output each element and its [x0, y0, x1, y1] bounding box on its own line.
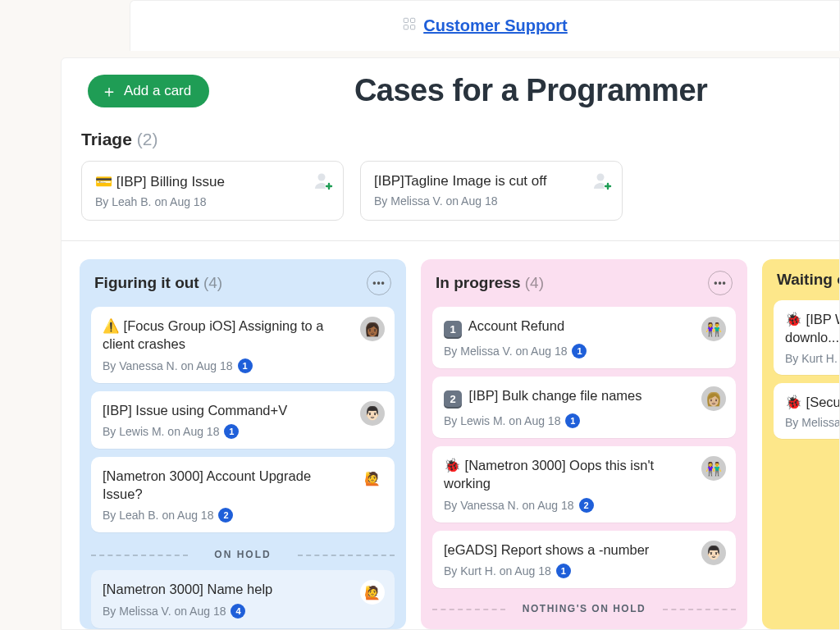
columns-container: Figuring it out (4) ••• ⚠️ [Focus Group … — [62, 241, 839, 629]
column-in-progress: In progress (4) ••• 1 Account Refund By … — [421, 259, 747, 629]
on-hold-divider: ON HOLD — [91, 549, 395, 560]
main-panel: ＋ Add a card Cases for a Programmer Tria… — [61, 57, 840, 630]
card-meta: By Melissa V. on Aug 18 — [374, 194, 609, 208]
svg-rect-2 — [404, 25, 408, 30]
column-more-button[interactable]: ••• — [708, 271, 733, 295]
avatar[interactable]: 👫 — [701, 456, 726, 481]
card-title: [IBP] Bulk change file names — [469, 388, 642, 403]
comment-count-badge: 4 — [231, 604, 245, 619]
comment-count-badge: 1 — [238, 358, 253, 373]
column-title: Waiting on — [777, 271, 839, 288]
avatar[interactable]: 👩🏼 — [701, 386, 726, 411]
avatar[interactable]: 👨🏻 — [701, 541, 726, 565]
card-title: [IBP] Issue using Command+V — [103, 403, 287, 418]
assign-icon[interactable] — [591, 170, 612, 194]
list-card-on-hold[interactable]: [Nametron 3000] Name help By Melissa V. … — [91, 570, 395, 628]
card-title: [Focus Group iOS] Assigning to a client … — [103, 318, 324, 351]
column-count: (4) — [203, 274, 222, 291]
bug-icon: 🐞 — [785, 395, 802, 409]
step-icon: 1 — [444, 321, 462, 339]
comment-count-badge: 2 — [218, 508, 233, 523]
breadcrumb-bar: Customer Support — [130, 0, 840, 51]
card-meta: By Vanessa N. on Aug 18 — [444, 499, 574, 512]
card-title: [Secur... — [806, 395, 839, 409]
column-header: In progress (4) ••• — [432, 271, 736, 295]
svg-point-6 — [597, 174, 605, 181]
list-card[interactable]: 🐞 [Nametron 3000] Oops this isn't workin… — [432, 446, 736, 523]
card-title: [Nametron 3000] Oops this isn't working — [444, 458, 654, 491]
column-title: In progress — [436, 274, 520, 291]
svg-rect-0 — [404, 18, 408, 22]
list-card[interactable]: 🐞 [Secur... By Melissa V — [774, 383, 839, 439]
triage-cards: 💳 [IBP] Billing Issue By Leah B. on Aug … — [81, 161, 819, 221]
avatar[interactable]: 👨🏻 — [360, 401, 385, 426]
card-title: [Nametron 3000] Name help — [103, 582, 272, 596]
card-meta: By Kurt H. on Aug 18 — [444, 564, 551, 578]
card-meta: By Leah B. on Aug 18 — [103, 509, 213, 522]
column-header: Waiting on — [774, 271, 839, 289]
list-card[interactable]: 1 Account Refund By Melissa V. on Aug 18… — [432, 307, 736, 368]
breadcrumb-label: Customer Support — [423, 16, 568, 35]
card-meta: By Kurt H. o — [785, 352, 839, 365]
triage-card[interactable]: 💳 [IBP] Billing Issue By Leah B. on Aug … — [81, 161, 344, 221]
triage-count: (2) — [137, 130, 158, 148]
comment-count-badge: 1 — [556, 564, 571, 578]
card-meta: By Melissa V. on Aug 18 — [103, 605, 226, 618]
column-header: Figuring it out (4) ••• — [91, 271, 395, 295]
list-card[interactable]: [Nametron 3000] Account Upgrade Issue? B… — [91, 457, 395, 533]
column-figuring-it-out: Figuring it out (4) ••• ⚠️ [Focus Group … — [80, 259, 406, 629]
svg-rect-3 — [411, 25, 415, 30]
add-card-button[interactable]: ＋ Add a card — [88, 75, 209, 107]
step-icon: 2 — [444, 390, 462, 409]
card-meta: By Melissa V. on Aug 18 — [444, 345, 567, 358]
card-meta: By Lewis M. on Aug 18 — [444, 414, 560, 427]
assign-icon[interactable] — [312, 170, 333, 194]
column-waiting-on: Waiting on 🐞 [IBP W... to downlo... By K… — [762, 259, 839, 629]
warning-icon: ⚠️ — [103, 318, 120, 333]
triage-title: Triage — [81, 130, 132, 148]
card-meta: By Melissa V — [785, 416, 839, 429]
list-card[interactable]: [IBP] Issue using Command+V By Lewis M. … — [91, 391, 395, 449]
column-more-button[interactable]: ••• — [367, 271, 391, 295]
comment-count-badge: 1 — [224, 424, 239, 439]
list-card[interactable]: 2 [IBP] Bulk change file names By Lewis … — [432, 377, 736, 438]
comment-count-badge: 1 — [572, 344, 587, 358]
board-header: ＋ Add a card Cases for a Programmer — [62, 58, 839, 123]
card-meta: By Leah B. on Aug 18 — [95, 195, 330, 208]
avatar[interactable]: 🙋 — [360, 467, 385, 491]
list-card[interactable]: [eGADS] Report shows a -number By Kurt H… — [432, 531, 736, 588]
board-title: Cases for a Programmer — [242, 73, 819, 108]
comment-count-badge: 2 — [579, 498, 594, 513]
comment-count-badge: 1 — [565, 413, 580, 428]
svg-rect-1 — [411, 18, 415, 22]
bug-icon: 🐞 — [785, 312, 802, 326]
card-meta: By Lewis M. on Aug 18 — [103, 425, 219, 438]
bug-icon: 🐞 — [444, 458, 461, 472]
card-title: [Nametron 3000] Account Upgrade Issue? — [103, 468, 311, 501]
card-meta: By Vanessa N. on Aug 18 — [103, 359, 233, 372]
avatar[interactable]: 🙋 — [360, 580, 385, 605]
nothing-on-hold-label: NOTHING'S ON HOLD — [432, 603, 736, 614]
card-title: [eGADS] Report shows a -number — [444, 542, 649, 557]
triage-card[interactable]: [IBP]Tagline Image is cut off By Melissa… — [360, 161, 623, 221]
column-title: Figuring it out — [94, 274, 199, 291]
column-count: (4) — [525, 274, 544, 291]
avatar[interactable]: 👫 — [701, 317, 726, 341]
list-card[interactable]: 🐞 [IBP W... to downlo... By Kurt H. o — [774, 300, 839, 375]
avatar[interactable]: 👩🏾 — [360, 317, 385, 341]
add-card-label: Add a card — [124, 83, 191, 99]
breadcrumb-link[interactable]: Customer Support — [402, 16, 568, 35]
card-icon: 💳 — [95, 174, 112, 189]
triage-heading: Triage (2) — [81, 130, 819, 149]
svg-point-4 — [318, 174, 326, 181]
list-card[interactable]: ⚠️ [Focus Group iOS] Assigning to a clie… — [91, 307, 395, 383]
plus-icon: ＋ — [101, 83, 117, 99]
card-title: [IBP]Tagline Image is cut off — [374, 173, 546, 189]
triage-section: Triage (2) 💳 [IBP] Billing Issue By Leah… — [62, 123, 839, 241]
grid-icon — [402, 16, 417, 35]
card-title: Account Refund — [468, 318, 564, 333]
card-title: [IBP] Billing Issue — [116, 174, 225, 189]
